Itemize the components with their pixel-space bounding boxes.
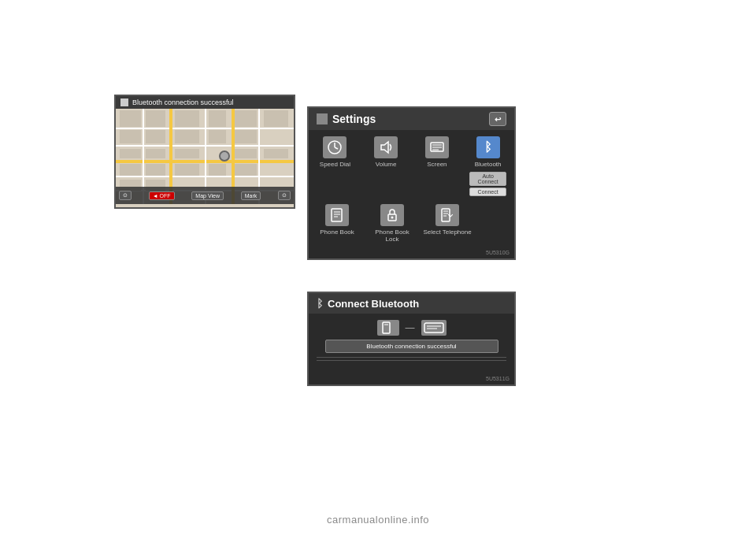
svg-rect-8 — [332, 209, 342, 221]
block7 — [120, 130, 141, 143]
auto-connect-button[interactable]: Auto Connect — [469, 172, 506, 186]
block20 — [209, 164, 227, 176]
phonebook-lock-label: Phone Book Lock — [372, 228, 413, 243]
connect-bluetooth-header: ᛒ Connect Bluetooth — [309, 293, 514, 314]
svg-marker-3 — [381, 142, 388, 153]
map-btn-circle2[interactable]: ⊙ — [278, 191, 291, 200]
screen-label: Screen — [427, 161, 447, 168]
connect-line-1 — [317, 357, 506, 358]
phonebook-lock-icon — [380, 204, 404, 226]
block19 — [175, 164, 200, 176]
block9 — [175, 130, 200, 143]
block4 — [209, 110, 227, 127]
block13 — [146, 149, 165, 158]
connect-bluetooth-title: Connect Bluetooth — [328, 298, 419, 310]
settings-item-phonebook-lock[interactable]: Phone Book Lock — [372, 204, 413, 243]
speeddial-label: Speed Dial — [320, 161, 350, 168]
block3 — [175, 110, 200, 127]
connect-button[interactable]: Connect — [469, 188, 506, 196]
bluetooth-label: Bluetooth — [475, 161, 502, 168]
map-btn-circle1[interactable]: ⊙ — [119, 191, 132, 200]
select-telephone-label: Select Telephone — [423, 228, 471, 236]
connect-line-2 — [317, 360, 506, 361]
map-header: Bluetooth connection successful — [116, 96, 294, 109]
map-screenshot: Bluetooth connection successful — [114, 95, 295, 209]
settings-item-bluetooth[interactable]: ᛒ Bluetooth Auto Connect Connect — [469, 136, 506, 196]
watermark: carmanualonline.info — [0, 514, 756, 526]
map-header-text: Bluetooth connection successful — [132, 98, 234, 106]
settings-panel: Settings ↩ Speed Dial Volume — [307, 106, 516, 260]
map-footer: ⊙ ◄ OFF Map View Mark ⊙ — [116, 187, 294, 204]
block21 — [235, 164, 256, 176]
block8 — [146, 130, 165, 143]
svg-point-13 — [391, 217, 394, 219]
connect-bluetooth-panel: ᛒ Connect Bluetooth — Bluetooth connecti… — [307, 292, 516, 386]
settings-header: Settings ↩ — [309, 108, 514, 130]
settings-item-screen[interactable]: Screen — [419, 136, 456, 168]
svg-line-2 — [335, 147, 338, 149]
block14 — [175, 149, 200, 158]
connect-link-symbol: — — [406, 322, 415, 333]
map-bluetooth-icon — [120, 98, 128, 106]
connect-device-icon-1 — [377, 320, 399, 336]
map-btn-mark[interactable]: Mark — [241, 191, 261, 200]
settings-item-volume[interactable]: Volume — [368, 136, 405, 168]
settings-item-phonebook[interactable]: Phone Book — [317, 204, 358, 236]
settings-item-speeddial[interactable]: Speed Dial — [317, 136, 354, 168]
volume-icon — [374, 136, 398, 158]
connect-status-bar: Bluetooth connection successful — [325, 340, 498, 353]
bluetooth-icon: ᛒ — [476, 136, 500, 158]
connect-sub-label: 5U5311G — [486, 376, 510, 381]
settings-header-icon — [317, 113, 328, 124]
block17 — [120, 164, 141, 176]
block5 — [235, 110, 256, 127]
block15 — [235, 149, 256, 158]
connect-bluetooth-body: — Bluetooth connection successful — [309, 314, 514, 367]
connect-bluetooth-header-icon: ᛒ — [317, 297, 323, 310]
settings-row-2: Phone Book Phone Book Lock Select Teleph… — [317, 204, 506, 243]
block2 — [146, 110, 165, 127]
connect-device-icons: — — [377, 320, 447, 336]
settings-back-button[interactable]: ↩ — [489, 112, 506, 126]
connect-device-icon-2 — [421, 320, 447, 336]
map-btn-off[interactable]: ◄ OFF — [149, 191, 175, 200]
svg-rect-20 — [424, 323, 443, 333]
phonebook-label: Phone Book — [320, 228, 354, 236]
screen-icon — [425, 136, 449, 158]
speeddial-icon — [323, 136, 346, 158]
settings-item-select-telephone[interactable]: Select Telephone — [427, 204, 468, 236]
settings-body: Speed Dial Volume Screen ᛒ — [309, 130, 514, 249]
settings-row-1: Speed Dial Volume Screen ᛒ — [317, 136, 506, 196]
block10 — [209, 130, 227, 143]
svg-rect-18 — [383, 322, 390, 333]
settings-sub-label: 5U5310G — [486, 250, 510, 255]
map-body: ⊙ ◄ OFF Map View Mark ⊙ — [116, 109, 294, 204]
volume-label: Volume — [376, 161, 397, 168]
settings-title: Settings — [332, 113, 376, 125]
map-btn-mapview[interactable]: Map View — [191, 191, 224, 200]
select-telephone-icon — [435, 204, 459, 226]
block11 — [235, 130, 256, 143]
connect-lines — [317, 357, 506, 361]
block12 — [120, 149, 141, 158]
block16 — [264, 149, 289, 158]
block18 — [146, 164, 165, 176]
phonebook-icon — [325, 204, 349, 226]
block1 — [120, 110, 141, 127]
block6 — [264, 110, 289, 127]
bluetooth-buttons: Auto Connect Connect — [469, 172, 506, 196]
